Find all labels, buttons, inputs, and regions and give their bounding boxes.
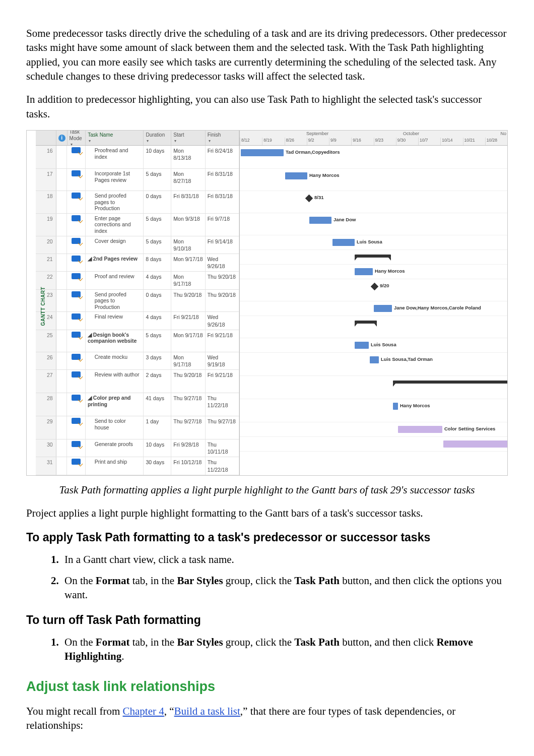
milestone-icon[interactable] bbox=[305, 195, 313, 203]
cell-task-name[interactable]: Enter page corrections and index bbox=[86, 214, 144, 236]
cell-finish[interactable]: Fri 8/24/18 bbox=[206, 146, 239, 168]
cell-task-name[interactable]: ◢ 2nd Pages review bbox=[86, 254, 144, 271]
gantt-bar[interactable] bbox=[355, 342, 369, 349]
table-row[interactable]: 18Send proofed pages to Production0 days… bbox=[36, 191, 239, 214]
col-start[interactable]: Start▾ bbox=[171, 131, 205, 145]
col-mode[interactable]: Task Mode▾ bbox=[68, 131, 86, 145]
cell-duration[interactable]: 10 days bbox=[144, 439, 171, 457]
cell-start[interactable]: Thu 9/27/18 bbox=[171, 393, 205, 416]
cell-start[interactable]: Fri 8/31/18 bbox=[171, 191, 205, 213]
cell-finish[interactable]: Fri 9/14/18 bbox=[206, 236, 239, 254]
gantt-bar[interactable] bbox=[443, 440, 508, 448]
cell-duration[interactable]: 2 days bbox=[144, 370, 171, 393]
gantt-bar[interactable] bbox=[398, 426, 442, 433]
col-duration[interactable]: Duration▾ bbox=[144, 131, 171, 145]
col-finish[interactable]: Finish▾ bbox=[206, 131, 239, 145]
cell-duration[interactable]: 5 days bbox=[144, 330, 171, 352]
cell-duration[interactable]: 41 days bbox=[144, 393, 171, 416]
cell-duration[interactable]: 10 days bbox=[144, 146, 171, 168]
cell-duration[interactable]: 0 days bbox=[144, 191, 171, 213]
col-task-name[interactable]: Task Name▾ bbox=[86, 131, 144, 145]
gantt-bar[interactable] bbox=[285, 172, 307, 179]
table-row[interactable]: 17Incorporate 1st Pages review5 daysMon … bbox=[36, 169, 239, 191]
cell-task-name[interactable]: Create mocku bbox=[86, 352, 144, 369]
cell-task-name[interactable]: Incorporate 1st Pages review bbox=[86, 169, 144, 191]
table-row[interactable]: 31Print and ship30 daysFri 10/12/18Thu 1… bbox=[36, 457, 239, 475]
cell-start[interactable]: Mon 9/17/18 bbox=[171, 272, 205, 289]
table-row[interactable]: 21◢ 2nd Pages review8 daysMon 9/17/18Wed… bbox=[36, 254, 239, 272]
cell-duration[interactable]: 3 days bbox=[144, 352, 171, 369]
cell-start[interactable]: Fri 9/21/18 bbox=[171, 312, 205, 329]
cell-start[interactable]: Mon 9/3/18 bbox=[171, 214, 205, 236]
cell-task-name[interactable]: Proof and review bbox=[86, 272, 144, 289]
summary-bar[interactable] bbox=[393, 381, 508, 384]
cell-duration[interactable]: 5 days bbox=[144, 236, 171, 254]
table-row[interactable]: 30Generate proofs10 daysFri 9/28/18Thu 1… bbox=[36, 439, 239, 457]
cell-start[interactable]: Mon 8/13/18 bbox=[171, 146, 205, 168]
gantt-bar[interactable] bbox=[241, 149, 284, 156]
cell-start[interactable]: Mon 9/17/18 bbox=[171, 254, 205, 271]
table-row[interactable]: 23Send proofed pages to Production0 days… bbox=[36, 290, 239, 312]
cell-duration[interactable]: 1 day bbox=[144, 416, 171, 439]
cell-task-name[interactable]: Final review bbox=[86, 312, 144, 329]
cell-finish[interactable]: Thu 11/22/18 bbox=[206, 393, 239, 416]
table-row[interactable]: 28◢ Color prep and printing41 daysThu 9/… bbox=[36, 393, 239, 416]
table-row[interactable]: 20Cover design5 daysMon 9/10/18Fri 9/14/… bbox=[36, 236, 239, 254]
cell-task-name[interactable]: Proofread and index bbox=[86, 146, 144, 168]
cell-finish[interactable]: Thu 9/27/18 bbox=[206, 416, 239, 439]
cell-start[interactable]: Thu 9/20/18 bbox=[171, 290, 205, 312]
cell-finish[interactable]: Fri 8/31/18 bbox=[206, 191, 239, 213]
cell-task-name[interactable]: Generate proofs bbox=[86, 439, 144, 457]
cell-task-name[interactable]: Send proofed pages to Production bbox=[86, 290, 144, 312]
cell-start[interactable]: Thu 9/20/18 bbox=[171, 370, 205, 393]
cell-start[interactable]: Mon 8/27/18 bbox=[171, 169, 205, 191]
cell-start[interactable]: Fri 10/12/18 bbox=[171, 457, 205, 474]
cell-finish[interactable]: Thu 10/11/18 bbox=[206, 439, 239, 457]
summary-bar[interactable] bbox=[355, 255, 391, 258]
summary-bar[interactable] bbox=[355, 321, 377, 324]
cell-finish[interactable]: Thu 9/20/18 bbox=[206, 272, 239, 289]
cell-finish[interactable]: Thu 9/20/18 bbox=[206, 290, 239, 312]
cell-start[interactable]: Mon 9/17/18 bbox=[171, 330, 205, 352]
cell-finish[interactable]: Fri 9/21/18 bbox=[206, 370, 239, 393]
cell-task-name[interactable]: Print and ship bbox=[86, 457, 144, 474]
table-row[interactable]: 27Review with author2 daysThu 9/20/18Fri… bbox=[36, 370, 239, 393]
table-row[interactable]: 19Enter page corrections and index5 days… bbox=[36, 214, 239, 236]
cell-duration[interactable]: 0 days bbox=[144, 290, 171, 312]
gantt-bar[interactable] bbox=[332, 239, 355, 246]
table-row[interactable]: 26Create mocku3 daysMon 9/17/18Wed 9/19/… bbox=[36, 352, 239, 370]
cell-task-name[interactable]: ◢ Color prep and printing bbox=[86, 393, 144, 416]
cell-task-name[interactable]: Send to color house bbox=[86, 416, 144, 439]
cell-duration[interactable]: 30 days bbox=[144, 457, 171, 474]
gantt-bar[interactable] bbox=[374, 305, 392, 312]
cell-duration[interactable]: 8 days bbox=[144, 254, 171, 271]
cell-start[interactable]: Fri 9/28/18 bbox=[171, 439, 205, 457]
table-row[interactable]: 29Send to color house1 dayThu 9/27/18Thu… bbox=[36, 416, 239, 439]
cell-duration[interactable]: 4 days bbox=[144, 312, 171, 329]
gantt-bar[interactable] bbox=[393, 403, 398, 410]
cell-start[interactable]: Thu 9/27/18 bbox=[171, 416, 205, 439]
cell-finish[interactable]: Fri 9/21/18 bbox=[206, 330, 239, 352]
cell-finish[interactable]: Wed 9/19/18 bbox=[206, 352, 239, 369]
cell-task-name[interactable]: Cover design bbox=[86, 236, 144, 254]
cell-task-name[interactable]: ◢ Design book's companion website bbox=[86, 330, 144, 352]
gantt-bar[interactable] bbox=[355, 268, 373, 275]
cell-finish[interactable]: Wed 9/26/18 bbox=[206, 254, 239, 271]
cell-duration[interactable]: 5 days bbox=[144, 214, 171, 236]
cell-finish[interactable]: Thu 11/22/18 bbox=[206, 457, 239, 474]
cell-duration[interactable]: 4 days bbox=[144, 272, 171, 289]
link-chapter-4[interactable]: Chapter 4 bbox=[123, 705, 164, 717]
cell-start[interactable]: Mon 9/17/18 bbox=[171, 352, 205, 369]
cell-task-name[interactable]: Review with author bbox=[86, 370, 144, 393]
cell-task-name[interactable]: Send proofed pages to Production bbox=[86, 191, 144, 213]
table-row[interactable]: 22Proof and review4 daysMon 9/17/18Thu 9… bbox=[36, 272, 239, 289]
table-row[interactable]: 16Proofread and index10 daysMon 8/13/18F… bbox=[36, 146, 239, 169]
cell-start[interactable]: Mon 9/10/18 bbox=[171, 236, 205, 254]
cell-finish[interactable]: Fri 8/31/18 bbox=[206, 169, 239, 191]
table-row[interactable]: 25◢ Design book's companion website5 day… bbox=[36, 330, 239, 352]
gantt-bar[interactable] bbox=[309, 217, 331, 224]
cell-duration[interactable]: 5 days bbox=[144, 169, 171, 191]
table-row[interactable]: 24Final review4 daysFri 9/21/18Wed 9/26/… bbox=[36, 312, 239, 330]
cell-finish[interactable]: Wed 9/26/18 bbox=[206, 312, 239, 329]
link-build-task-list[interactable]: Build a task list bbox=[174, 705, 240, 717]
